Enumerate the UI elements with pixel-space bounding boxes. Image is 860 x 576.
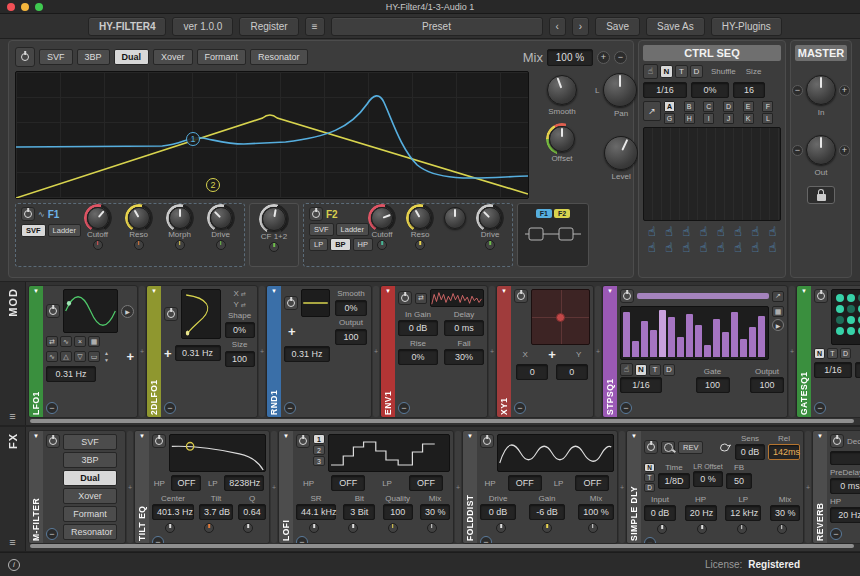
stpsq1-gate-value[interactable]: 100 [696,377,730,393]
lfo1-rate-value[interactable]: 0.31 Hz [46,366,96,382]
insert-module-strip[interactable]: + [595,286,601,417]
f1-reso-mod-knob[interactable] [134,240,144,250]
cf-knob[interactable] [262,207,286,231]
xy1-power-button[interactable] [514,289,528,303]
f1-power-button[interactable] [21,207,35,221]
simpledly-sens-value[interactable]: 0 dB [735,444,765,460]
tilteq-q-mod-knob[interactable] [243,523,253,533]
simpledly-fb-value[interactable]: 50 [726,473,752,489]
f2-mode-bp[interactable]: BP [330,238,350,251]
mix-increase-icon[interactable]: + [597,51,610,64]
simpledly-input-value[interactable]: 0 dB [644,505,676,521]
stpsq1-power-button[interactable] [620,289,634,303]
reverb-strip[interactable]: ▼ REVERB [813,431,827,543]
simpledly-lr-value[interactable]: 0 % [693,471,723,487]
collapse-icon[interactable]: ▼ [33,288,39,294]
insert-module-strip[interactable]: + [139,286,145,417]
folddist-drive-mod-knob[interactable] [496,523,506,533]
f2-mode-lp[interactable]: LP [309,238,328,251]
f2-model-svf[interactable]: SVF [309,223,334,236]
f1-morph-knob[interactable] [169,207,191,229]
tilteq-tilt-value[interactable]: 3.7 dB [199,504,233,520]
lfo1-remove-icon[interactable]: − [46,402,58,414]
hand-icon[interactable]: ☝ [648,224,656,239]
reverb-decay-value[interactable] [830,451,860,465]
collapse-icon[interactable]: ▼ [607,288,613,294]
insert-module-strip[interactable]: + [805,431,811,543]
collapse-icon[interactable]: ▼ [467,433,473,439]
hand-icon[interactable]: ☝ [699,224,707,239]
mfilter-type-xover[interactable]: Xover [63,488,117,504]
slot-l[interactable]: L [762,113,773,124]
info-icon[interactable]: i [8,559,20,571]
mfilter-type-formant[interactable]: Formant [63,506,117,522]
2dlfo1-size-value[interactable]: 100 [225,351,255,367]
f2-reso-knob[interactable] [409,207,431,229]
insert-module-strip[interactable]: + [455,431,461,543]
lock-button[interactable] [807,186,835,204]
simpledly-hp-mod-knob[interactable] [697,524,707,534]
rnd1-strip[interactable]: ▼ RND1 [267,286,281,417]
hy-plugins-button[interactable]: HY-Plugins [711,17,782,36]
in-decrease-icon[interactable]: − [792,85,803,96]
lofi-sr-mod-knob[interactable] [309,523,319,533]
mfilter-type-3bp[interactable]: 3BP [63,452,117,468]
hand-icon[interactable]: ☝ [717,240,725,255]
preset-selector[interactable]: Preset [331,17,543,36]
move-icon[interactable]: + [126,350,134,363]
tilteq-lp-value[interactable]: 8238Hz [224,475,264,491]
ctrl-note-button[interactable]: N [660,65,673,78]
tilteq-center-value[interactable]: 401.3 Hz [152,504,194,520]
mod-tab[interactable]: MOD ≡ [0,282,26,425]
lfo1-mult-icon[interactable]: × [74,336,86,347]
rnd1-power-button[interactable] [284,296,298,310]
insert-module-strip[interactable]: + [127,431,133,543]
slot-j[interactable]: J [723,113,734,124]
lfo1-shape-sine[interactable]: ∿ [46,351,58,362]
nudge-down-icon[interactable]: ▼ [104,357,109,363]
stpsq1-dotted-button[interactable]: D [663,364,675,376]
collapse-icon[interactable]: ▼ [817,433,823,439]
smooth-knob[interactable] [547,75,577,105]
filter-type-xover[interactable]: Xover [153,49,193,65]
out-decrease-icon[interactable]: − [792,145,803,156]
nudge-up-icon[interactable]: ▲ [104,350,109,356]
env1-remove-icon[interactable]: − [398,402,410,414]
xy1-pad[interactable] [531,289,590,345]
hand-icon[interactable]: ☝ [665,224,673,239]
save-button[interactable]: Save [595,17,640,36]
prev-preset-icon[interactable]: ‹ [549,17,566,36]
mfilter-type-resonator[interactable]: Resonator [63,524,117,540]
hand-icon[interactable]: ☝ [665,240,673,255]
folddist-gain-mod-knob[interactable] [542,523,552,533]
rnd1-remove-icon[interactable]: − [284,402,296,414]
gatesq1-strip[interactable]: ▼ GATESQ1 [797,286,811,417]
close-button[interactable] [7,3,15,11]
collapse-icon[interactable]: ▼ [283,433,289,439]
x-dir-icon[interactable]: ⇄ [241,290,246,297]
insert-module-strip[interactable]: + [489,286,495,417]
f2-power-button[interactable] [309,207,323,221]
simpledly-mix-value[interactable]: 30 % [770,505,800,521]
insert-module-strip[interactable]: + [271,431,277,543]
simpledly-power-button[interactable] [644,440,658,454]
filter-type-3bp[interactable]: 3BP [77,49,110,65]
filter1-handle[interactable]: 1 [186,132,200,146]
slot-k[interactable]: K [743,113,754,124]
insert-module-strip[interactable]: + [259,286,265,417]
lfo1-wave-icon[interactable]: ∿ [60,336,72,347]
lofi-bit-value[interactable]: 3 Bit [343,504,375,520]
f2-cutoff-knob[interactable] [371,207,393,229]
stpsq1-note-button[interactable]: N [635,364,647,376]
stpsq1-output-value[interactable]: 100 [750,377,784,393]
env1-delay-value[interactable]: 0 ms [444,320,484,336]
out-increase-icon[interactable]: + [839,145,850,156]
lofi-quality-value[interactable]: 100 [383,504,413,520]
folddist-strip[interactable]: ▼ FOLDDIST [463,431,477,543]
menu-icon[interactable]: ≡ [9,536,15,548]
f2-reso-mod-knob[interactable] [415,240,425,250]
move-icon[interactable]: + [164,347,172,360]
ctrl-rate-value[interactable]: 1/16 [643,82,687,98]
master-in-knob[interactable] [806,75,836,105]
slot-f[interactable]: F [762,101,773,112]
